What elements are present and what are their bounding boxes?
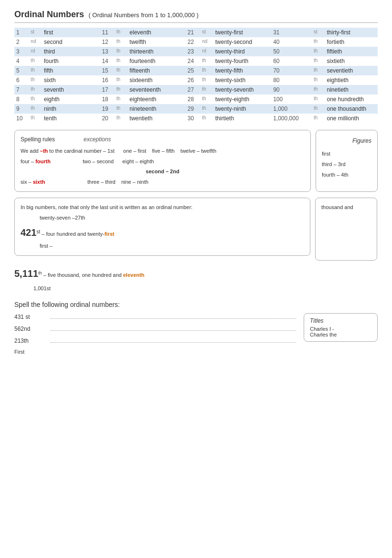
- table-row: 2 nd second 12 th twelfth 22 nd twenty-s…: [14, 37, 378, 47]
- table-row: 9 th ninth 19 th nineteenth 29 th twenty…: [14, 104, 378, 114]
- spell-title: Spell the following ordinal numbers:: [14, 301, 378, 308]
- spell-dots-213: [51, 337, 296, 343]
- figures-item-first: first: [322, 148, 371, 159]
- big-num-intro: In big numbers, note that only the last …: [21, 203, 304, 212]
- titles-charles-the: Charles the: [310, 332, 371, 337]
- spell-row-213: 213th: [14, 337, 299, 344]
- table-row: 8 th eighth 18 th eighteenth 28 th twent…: [14, 95, 378, 104]
- table-row: 6 th sixth 16 th sixteenth 26 th twenty-…: [14, 75, 378, 85]
- big-num-421-sub: first –: [40, 242, 304, 251]
- eleventh-highlight: eleventh: [123, 272, 145, 278]
- rule3-line: second – 2nd: [21, 168, 305, 176]
- big-num-421: 421st – four hundred and twenty-first: [21, 224, 304, 241]
- rules-section: Spelling rules exceptions We add –th to …: [14, 130, 378, 192]
- figures-title: Figures: [322, 135, 371, 147]
- lower-section: In big numbers, note that only the last …: [14, 198, 378, 261]
- first-label: First: [14, 349, 299, 355]
- first-highlight: first: [105, 231, 115, 237]
- spell-row-562: 562nd: [14, 325, 299, 332]
- exceptions-header-label: exceptions: [84, 135, 111, 144]
- title-text: Ordinal Numbers: [14, 10, 84, 19]
- spell-dots-431: [51, 313, 296, 319]
- titles-box: Titles Charles I - Charles the: [304, 313, 378, 342]
- big-numbers-box: In big numbers, note that only the last …: [14, 198, 310, 256]
- spell-rows-area: 431 st 562nd 213th First: [14, 313, 299, 355]
- rule1-highlight: –th: [40, 148, 48, 154]
- spell-titles-wrap: 431 st 562nd 213th First Titles Charles …: [14, 313, 378, 355]
- five-thousand-section: 5,111th – five thousand, one hundred and…: [14, 265, 378, 282]
- ordinal-table: 1 st first 11 th eleventh 21 st twenty-f…: [14, 28, 378, 123]
- spell-label-213: 213th: [14, 337, 48, 344]
- rule4-highlight: sixth: [33, 179, 45, 185]
- rule2-highlight: fourth: [35, 158, 51, 164]
- figures-item-third: third – 3rd: [322, 159, 371, 169]
- page-title: Ordinal Numbers ( Ordinal Numbers from 1…: [14, 10, 378, 20]
- table-row: 10 th tenth 20 th twentieth 30 th thirti…: [14, 114, 378, 123]
- spell-label-562: 562nd: [14, 326, 48, 332]
- thousand-text: thousand and: [321, 203, 371, 212]
- table-row: 5 th fifth 15 th fifteenth 25 th twenty-…: [14, 66, 378, 75]
- 1001st-line: 1,001st: [33, 285, 378, 291]
- figures-item-fourth: fourth – 4th: [322, 169, 371, 180]
- table-row: 4 th fourth 14 th fourteenth 24 th twent…: [14, 56, 378, 66]
- figures-box: Figures first third – 3rd fourth – 4th: [316, 130, 378, 192]
- thousand-box: thousand and: [315, 198, 377, 261]
- table-row: 7 th seventh 17 th seventeenth 27 th twe…: [14, 85, 378, 95]
- spell-row-431: 431 st: [14, 313, 299, 320]
- big-num-example1: twenty-seven –27th: [40, 213, 304, 222]
- rule4-line: six – sixth three – third nine – ninth: [21, 178, 305, 187]
- spell-dots-562: [51, 325, 296, 331]
- titles-charles1: Charles I -: [310, 326, 371, 332]
- spell-section: Spell the following ordinal numbers: 431…: [14, 301, 378, 355]
- table-row: 1 st first 11 th eleventh 21 st twenty-f…: [14, 28, 378, 37]
- spell-label-431: 431 st: [14, 314, 48, 320]
- spelling-rules-box: Spelling rules exceptions We add –th to …: [14, 130, 311, 192]
- table-row: 3 rd third 13 th thirteenth 23 rd twenty…: [14, 47, 378, 56]
- rules-header-label: Spelling rules: [21, 135, 55, 144]
- titles-box-title: Titles: [310, 317, 371, 324]
- rule2-line: four – fourth two – second eight – eight…: [21, 158, 305, 166]
- rule1-line: We add –th to the cardinal number – 1st …: [21, 147, 305, 156]
- subtitle-text: ( Ordinal Numbers from 1 to 1,000,000 ): [88, 11, 199, 19]
